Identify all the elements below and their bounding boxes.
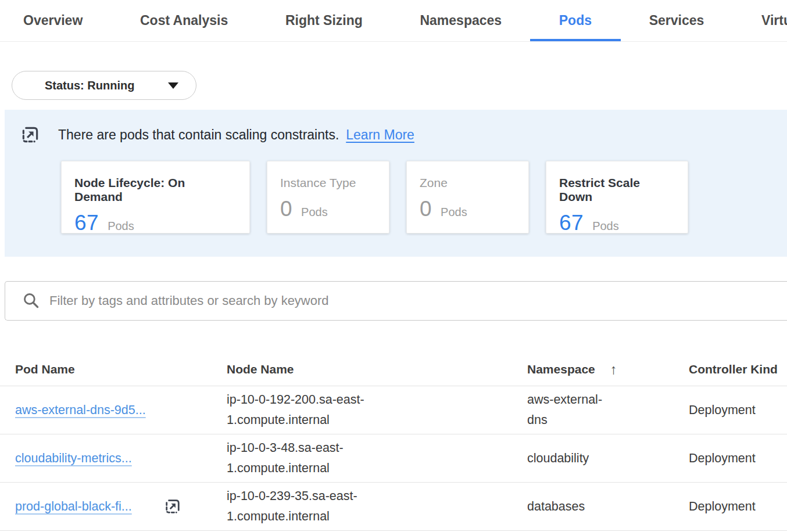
table-row: aws-external-dns-9d5... ip-10-0-192-200.… [0, 386, 787, 434]
constraint-cards: Node Lifecycle: On Demand 67 Pods Instan… [61, 161, 787, 233]
tab-bar: Overview Cost Analysis Right Sizing Name… [0, 0, 787, 42]
chevron-down-icon [168, 82, 178, 89]
scaling-constraints-banner: There are pods that contain scaling cons… [5, 110, 787, 257]
card-value: 67 [559, 211, 584, 235]
card-zone[interactable]: Zone 0 Pods [406, 161, 529, 233]
card-title: Zone [420, 176, 514, 190]
card-value: 0 [280, 197, 292, 221]
namespace-cell: databases [527, 497, 689, 517]
controller-kind-cell: Deployment [689, 499, 787, 514]
column-header-pod-name[interactable]: Pod Name [15, 362, 227, 376]
card-unit: Pods [108, 220, 134, 233]
card-restrict-scale-down[interactable]: Restrict Scale Down 67 Pods [546, 161, 688, 233]
column-header-node-name[interactable]: Node Name [227, 362, 527, 376]
pod-name-cell: prod-global-black-fi... [15, 498, 227, 515]
controller-kind-cell: Deployment [689, 403, 787, 418]
learn-more-link[interactable]: Learn More [346, 127, 414, 143]
tab-right-sizing[interactable]: Right Sizing [282, 0, 366, 41]
node-name-cell: ip-10-0-239-35.sa-east- 1.compute.intern… [227, 486, 527, 527]
banner-message: There are pods that contain scaling cons… [58, 127, 339, 143]
status-filter-dropdown[interactable]: Status: Running [12, 71, 196, 100]
sort-ascending-icon: ↑ [610, 361, 617, 378]
card-title: Restrict Scale Down [559, 176, 674, 204]
scaling-constraint-icon [20, 125, 40, 145]
search-input[interactable] [49, 293, 787, 308]
pod-name-link[interactable]: prod-global-black-fi... [15, 499, 132, 514]
card-value: 0 [420, 197, 432, 221]
tab-namespaces[interactable]: Namespaces [416, 0, 505, 41]
card-unit: Pods [301, 206, 328, 219]
table-row: prod-global-black-fi... ip-10-0-239-35.s… [0, 482, 787, 530]
pod-name-cell: aws-external-dns-9d5... [15, 403, 227, 418]
column-header-namespace[interactable]: Namespace ↑ [527, 361, 689, 378]
status-filter-label: Status: Running [45, 79, 134, 92]
card-title: Instance Type [280, 176, 375, 190]
pod-name-link[interactable]: cloudability-metrics... [15, 451, 132, 466]
search-icon [23, 292, 40, 310]
pods-table: Pod Name Node Name Namespace ↑ Controlle… [0, 353, 787, 532]
filter-search-bar [5, 281, 787, 321]
tab-services[interactable]: Services [646, 0, 708, 41]
card-unit: Pods [592, 220, 619, 233]
namespace-cell: cloudability [527, 448, 689, 469]
node-name-cell: ip-10-0-192-200.sa-east- 1.compute.inter… [227, 390, 527, 430]
table-row: cloudability-metrics... ip-10-0-3-48.sa-… [0, 434, 787, 482]
pod-name-link[interactable]: aws-external-dns-9d5... [15, 403, 146, 418]
table-header-row: Pod Name Node Name Namespace ↑ Controlle… [0, 353, 787, 386]
tab-pods[interactable]: Pods [556, 0, 595, 41]
card-title: Node Lifecycle: On Demand [74, 176, 235, 204]
card-value: 67 [74, 211, 99, 235]
node-name-cell: ip-10-0-3-48.sa-east- 1.compute.internal [227, 438, 527, 479]
controller-kind-cell: Deployment [689, 451, 787, 466]
card-instance-type[interactable]: Instance Type 0 Pods [267, 161, 389, 233]
namespace-cell: aws-external- dns [527, 390, 689, 430]
column-header-controller-kind[interactable]: Controller Kind [689, 362, 787, 376]
pod-name-cell: cloudability-metrics... [15, 451, 227, 466]
card-unit: Pods [441, 206, 467, 219]
tab-cost-analysis[interactable]: Cost Analysis [137, 0, 231, 41]
card-node-lifecycle[interactable]: Node Lifecycle: On Demand 67 Pods [61, 161, 250, 233]
tab-overview[interactable]: Overview [20, 0, 86, 41]
scaling-constraint-icon[interactable] [164, 498, 181, 515]
tab-virtual[interactable]: Virtu [758, 0, 787, 41]
